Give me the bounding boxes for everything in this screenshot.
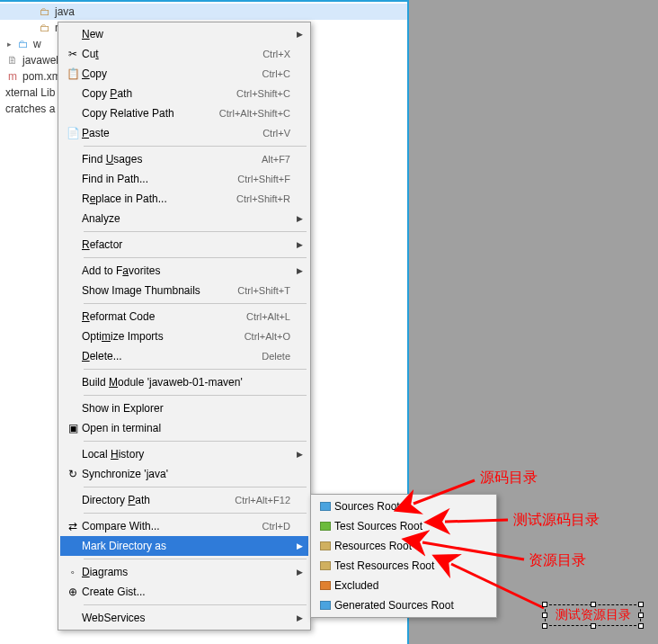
menu-separator	[84, 441, 307, 442]
submenu-item-test-sources-root[interactable]: Test Sources Root	[313, 516, 494, 536]
menu-label: Build Module 'javaweb-01-maven'	[82, 376, 290, 389]
file-icon: 🗎	[5, 53, 20, 67]
tree-label: pom.xm	[22, 70, 61, 83]
menu-item-show-in-explorer[interactable]: Show in Explorer	[60, 398, 308, 418]
blank-icon	[64, 172, 82, 186]
submenu-item-generated-sources-root[interactable]: Generated Sources Root	[313, 595, 494, 615]
menu-label: Open in terminal	[82, 422, 290, 434]
submenu-label: Resources Root	[334, 540, 476, 552]
menu-item-synchronize-java[interactable]: ↻Synchronize 'java'	[60, 464, 308, 484]
menu-item-webservices[interactable]: WebServices▶	[60, 608, 308, 628]
menu-item-copy-path[interactable]: Copy PathCtrl+Shift+C	[60, 84, 308, 103]
menu-item-show-image-thumbnails[interactable]: Show Image ThumbnailsCtrl+Shift+T	[60, 281, 308, 300]
menu-item-local-history[interactable]: Local History▶	[60, 444, 308, 464]
menu-separator	[84, 487, 307, 487]
menu-item-reformat-code[interactable]: Reformat CodeCtrl+Alt+L	[60, 307, 308, 326]
blank-icon	[64, 401, 82, 416]
menu-item-find-usages[interactable]: Find UsagesAlt+F7	[60, 149, 308, 169]
menu-label: Show Image Thumbnails	[82, 284, 237, 297]
blank-icon	[64, 106, 82, 121]
folder-color-icon	[316, 598, 334, 613]
tree-label: xternal Lib	[5, 86, 55, 99]
menu-item-paste[interactable]: 📄PasteCtrl+V	[60, 123, 308, 143]
menu-shortcut: Ctrl+V	[262, 128, 290, 139]
menu-label: Compare With...	[82, 520, 262, 532]
tree-row[interactable]: 🗀 java	[0, 4, 407, 20]
blank-icon	[64, 152, 82, 166]
menu-label: Copy	[82, 67, 262, 80]
menu-item-cut[interactable]: ✂CutCtrl+X	[60, 44, 308, 64]
chevron-right-icon: ▶	[297, 214, 303, 223]
context-menu[interactable]: New▶✂CutCtrl+X📋CopyCtrl+CCopy PathCtrl+S…	[58, 22, 311, 631]
menu-item-add-to-favorites[interactable]: Add to Favorites▶	[60, 261, 308, 281]
menu-shortcut: Alt+F7	[262, 154, 290, 165]
submenu-label: Test Resources Root	[334, 559, 476, 572]
chevron-right-icon[interactable]: ▸	[7, 40, 16, 49]
submenu-item-resources-root[interactable]: Resources Root	[313, 536, 494, 556]
menu-item-create-gist[interactable]: ⊕Create Gist...	[60, 582, 308, 602]
menu-label: Cut	[82, 48, 262, 60]
menu-item-directory-path[interactable]: Directory PathCtrl+Alt+F12	[60, 490, 308, 510]
menu-label: Create Gist...	[82, 586, 290, 598]
folder-color-icon	[316, 559, 334, 573]
mark-directory-submenu[interactable]: Sources RootTest Sources RootResources R…	[310, 494, 497, 618]
chevron-right-icon: ▶	[297, 240, 303, 249]
submenu-item-test-resources-root[interactable]: Test Resources Root	[313, 556, 494, 576]
blank-icon	[64, 309, 82, 324]
chevron-right-icon: ▶	[297, 613, 303, 622]
menu-item-open-in-terminal[interactable]: ▣Open in terminal	[60, 418, 308, 438]
menu-item-replace-in-path[interactable]: Replace in Path...Ctrl+Shift+R	[60, 189, 308, 209]
menu-label: Refactor	[82, 238, 290, 251]
submenu-label: Test Sources Root	[334, 520, 476, 532]
submenu-item-sources-root[interactable]: Sources Root	[313, 496, 494, 516]
menu-shortcut: Ctrl+Alt+L	[246, 311, 290, 322]
folder-icon: 🗀	[16, 37, 31, 51]
▣-icon: ▣	[64, 421, 82, 435]
menu-item-find-in-path[interactable]: Find in Path...Ctrl+Shift+F	[60, 169, 308, 189]
menu-item-mark-directory-as[interactable]: Mark Directory as▶	[60, 536, 308, 556]
menu-label: Show in Explorer	[82, 402, 290, 415]
menu-label: Add to Favorites	[82, 264, 290, 277]
menu-item-compare-with[interactable]: ⇄Compare With...Ctrl+D	[60, 516, 308, 536]
menu-label: WebServices	[82, 612, 290, 624]
menu-separator	[84, 513, 307, 514]
menu-separator	[84, 395, 307, 396]
📋-icon: 📋	[64, 67, 82, 81]
file-icon: m	[5, 69, 20, 84]
menu-item-analyze[interactable]: Analyze▶	[60, 209, 308, 228]
blank-icon	[64, 375, 82, 389]
menu-label: Analyze	[82, 212, 290, 225]
folder-color-icon	[316, 539, 334, 553]
menu-item-build-module-javaweb-01-maven[interactable]: Build Module 'javaweb-01-maven'	[60, 372, 308, 392]
menu-item-refactor[interactable]: Refactor▶	[60, 235, 308, 255]
folder-color-icon	[316, 499, 334, 514]
menu-separator	[84, 559, 307, 559]
menu-item-delete[interactable]: Delete...Delete	[60, 346, 308, 366]
folder-icon: 🗀	[38, 21, 52, 35]
chevron-right-icon: ▶	[297, 541, 303, 550]
menu-item-optimize-imports[interactable]: Optimize ImportsCtrl+Alt+O	[60, 326, 308, 346]
tree-label: java	[55, 5, 75, 18]
menu-item-copy-relative-path[interactable]: Copy Relative PathCtrl+Alt+Shift+C	[60, 103, 308, 123]
tree-label: w	[33, 38, 41, 50]
chevron-right-icon: ▶	[297, 568, 303, 577]
menu-item-diagrams[interactable]: ◦Diagrams▶	[60, 562, 308, 582]
menu-label: Local History	[82, 448, 290, 461]
submenu-item-excluded[interactable]: Excluded	[313, 576, 494, 595]
tree-label: cratches a	[5, 103, 55, 115]
submenu-label: Generated Sources Root	[334, 599, 476, 612]
chevron-right-icon: ▶	[297, 266, 303, 275]
annotation-sources: 源码目录	[480, 469, 538, 487]
⇄-icon: ⇄	[64, 519, 82, 533]
menu-label: Optimize Imports	[82, 330, 245, 343]
blank-icon	[64, 237, 82, 252]
blank-icon	[64, 349, 82, 363]
menu-label: Directory Path	[82, 494, 235, 506]
menu-label: Reformat Code	[82, 310, 246, 323]
menu-item-new[interactable]: New▶	[60, 24, 308, 44]
menu-shortcut: Ctrl+D	[262, 521, 290, 532]
menu-item-copy[interactable]: 📋CopyCtrl+C	[60, 64, 308, 84]
menu-shortcut: Ctrl+Shift+R	[236, 193, 290, 204]
menu-label: Delete...	[82, 350, 262, 362]
menu-shortcut: Ctrl+Shift+T	[237, 285, 290, 296]
